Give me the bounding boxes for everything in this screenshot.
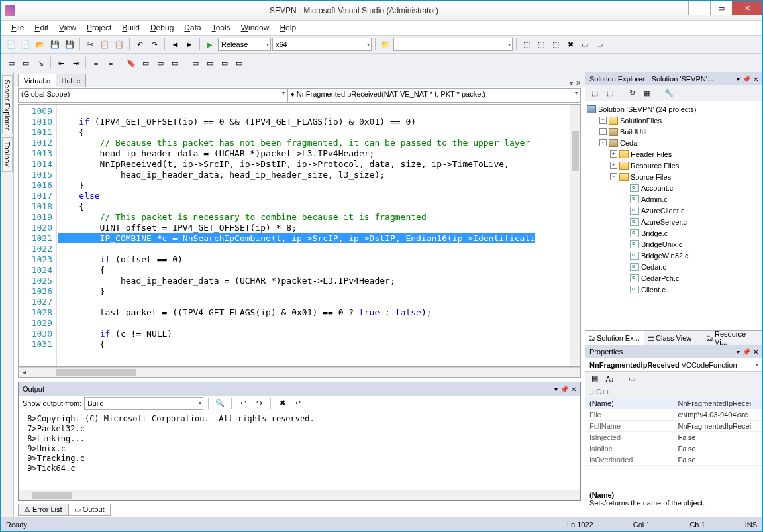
props-alpha-icon[interactable]: A↓ xyxy=(603,372,617,386)
tb2-c[interactable]: ↘ xyxy=(34,56,47,70)
code-area[interactable]: if (IPV4_GET_OFFSET(ip) == 0 && (IPV4_GE… xyxy=(57,105,580,366)
expand-icon[interactable]: + xyxy=(599,128,607,135)
tree-node[interactable]: -Source Files xyxy=(587,171,761,182)
output-next-icon[interactable]: ↪ xyxy=(252,397,266,410)
tb-icon-b[interactable]: ⬚ xyxy=(534,38,548,51)
copy-icon[interactable]: 📋 xyxy=(98,38,111,51)
tb2-b[interactable]: ▭ xyxy=(19,56,32,70)
menu-tools[interactable]: Tools xyxy=(207,22,236,34)
props-pages-icon[interactable]: ▭ xyxy=(625,372,638,386)
file-tab-virtual[interactable]: Virtual.c xyxy=(18,74,56,87)
editor-hscrollbar[interactable]: ◄ xyxy=(18,367,581,378)
output-dropdown-icon[interactable]: ▾ xyxy=(554,386,558,393)
save-icon[interactable]: 💾 xyxy=(48,38,62,51)
nav-fwd-icon[interactable]: ► xyxy=(183,38,196,51)
redo-icon[interactable]: ↷ xyxy=(148,38,161,51)
sol-refresh-icon[interactable]: ↻ xyxy=(625,87,638,100)
tb-icon-e[interactable]: ▭ xyxy=(578,38,591,51)
output-source-dropdown[interactable]: Build xyxy=(84,397,203,410)
sol-properties-icon[interactable]: 🔧 xyxy=(662,87,676,100)
tb2-e[interactable]: ▭ xyxy=(154,56,167,70)
editor-vscrollbar[interactable] xyxy=(570,105,580,366)
output-pin-icon[interactable]: 📌 xyxy=(560,386,568,393)
property-row[interactable]: Filec:\tmp\v4.03-9404\src xyxy=(585,409,762,421)
output-prev-icon[interactable]: ↩ xyxy=(236,397,250,410)
tree-node[interactable]: Client.c xyxy=(587,284,761,295)
uncomment-icon[interactable]: ≡ xyxy=(104,56,117,70)
tab-close-icon[interactable]: ✕ xyxy=(576,80,581,87)
expand-icon[interactable]: - xyxy=(599,139,607,146)
paste-icon[interactable]: 📋 xyxy=(113,38,126,51)
tb-icon-d[interactable]: ✖ xyxy=(564,38,577,51)
output-clear-icon[interactable]: ✖ xyxy=(276,397,289,410)
output-text[interactable]: 8>Copyright (C) Microsoft Corporation. A… xyxy=(19,411,580,490)
tree-node[interactable]: Admin.c xyxy=(587,193,761,205)
output-find-icon[interactable]: 🔍 xyxy=(213,397,227,410)
sol-close-icon[interactable]: ✕ xyxy=(753,76,758,83)
tb-icon-f[interactable]: ▭ xyxy=(593,38,606,51)
tree-node[interactable]: Account.c xyxy=(587,182,761,193)
property-row[interactable]: IsInlineFalse xyxy=(585,443,762,454)
tree-node[interactable]: BridgeUnix.c xyxy=(587,239,761,250)
undo-icon[interactable]: ↶ xyxy=(133,38,146,51)
menu-help[interactable]: Help xyxy=(274,22,301,34)
resource-view-tab[interactable]: 🗂 Resource Vi... xyxy=(703,331,762,345)
nav-back-icon[interactable]: ◄ xyxy=(168,38,181,51)
tab-dropdown-icon[interactable]: ▾ xyxy=(570,80,573,87)
tb2-d[interactable]: ▭ xyxy=(139,56,152,70)
tb2-h[interactable]: ▭ xyxy=(203,56,217,70)
tree-node[interactable]: AzureClient.c xyxy=(587,205,761,216)
expand-icon[interactable]: - xyxy=(610,173,617,180)
properties-grid[interactable]: ⊟ C++(Name)NnFragmentedIpReceiFilec:\tmp… xyxy=(585,386,762,488)
menu-build[interactable]: Build xyxy=(117,22,145,34)
props-close-icon[interactable]: ✕ xyxy=(753,348,758,356)
close-button[interactable]: ✕ xyxy=(732,1,762,15)
props-categorized-icon[interactable]: ▤ xyxy=(588,372,601,386)
tb2-f[interactable]: ▭ xyxy=(168,56,181,70)
menu-debug[interactable]: Debug xyxy=(145,22,179,34)
tree-node[interactable]: AzureServer.c xyxy=(587,216,761,227)
property-row[interactable]: IsInjectedFalse xyxy=(585,432,762,443)
indent-more-icon[interactable]: ⇥ xyxy=(69,56,82,70)
tb2-g[interactable]: ▭ xyxy=(189,56,202,70)
property-row[interactable]: IsOverloadedFalse xyxy=(585,454,762,466)
file-tab-hub[interactable]: Hub.c xyxy=(56,74,87,87)
sol-dropdown-icon[interactable]: ▾ xyxy=(737,76,740,83)
output-close-icon[interactable]: ✕ xyxy=(571,386,576,393)
property-row[interactable]: (Name)NnFragmentedIpRecei xyxy=(585,398,762,409)
output-hscrollbar[interactable] xyxy=(19,490,580,500)
tree-node[interactable]: +Header Files xyxy=(587,148,761,160)
server-explorer-tab[interactable]: Server Explorer xyxy=(2,75,13,134)
tree-node[interactable]: +SolutionFiles xyxy=(587,115,761,126)
start-debug-icon[interactable]: ▶ xyxy=(203,38,217,51)
error-list-tab[interactable]: ⚠ Error List xyxy=(18,504,68,516)
minimize-button[interactable]: — xyxy=(688,1,711,15)
sol-tb-b[interactable]: ⬚ xyxy=(603,87,617,100)
new-project-icon[interactable]: 📄 xyxy=(5,38,18,51)
tree-node[interactable]: CedarPch.c xyxy=(587,272,761,284)
menu-edit[interactable]: Edit xyxy=(29,22,54,34)
menu-project[interactable]: Project xyxy=(81,22,117,34)
class-view-tab[interactable]: 🗃 Class View xyxy=(644,331,703,345)
expand-icon[interactable]: + xyxy=(610,150,617,158)
tb2-a[interactable]: ▭ xyxy=(5,56,18,70)
open-icon[interactable]: 📂 xyxy=(34,38,47,51)
cut-icon[interactable]: ✂ xyxy=(83,38,97,51)
menu-view[interactable]: View xyxy=(54,22,81,34)
config-dropdown[interactable]: Release xyxy=(218,38,271,51)
find-dropdown[interactable] xyxy=(393,38,513,51)
platform-dropdown[interactable]: x64 xyxy=(272,38,372,51)
save-all-icon[interactable]: 💾 xyxy=(63,38,76,51)
indent-less-icon[interactable]: ⇤ xyxy=(54,56,68,70)
props-pin-icon[interactable]: 📌 xyxy=(742,348,750,356)
find-icon[interactable]: 📁 xyxy=(379,38,392,51)
props-dropdown-icon[interactable]: ▾ xyxy=(737,348,740,356)
sol-tb-a[interactable]: ⬚ xyxy=(588,87,601,100)
bookmark-icon[interactable]: 🔖 xyxy=(125,56,138,70)
property-row[interactable]: FullNameNnFragmentedIpRecei xyxy=(585,421,762,432)
tree-node[interactable]: BridgeWin32.c xyxy=(587,250,761,261)
comment-icon[interactable]: ≡ xyxy=(89,56,103,70)
menu-window[interactable]: Window xyxy=(236,22,275,34)
tb2-i[interactable]: ▭ xyxy=(218,56,231,70)
expand-icon[interactable]: + xyxy=(599,117,607,124)
